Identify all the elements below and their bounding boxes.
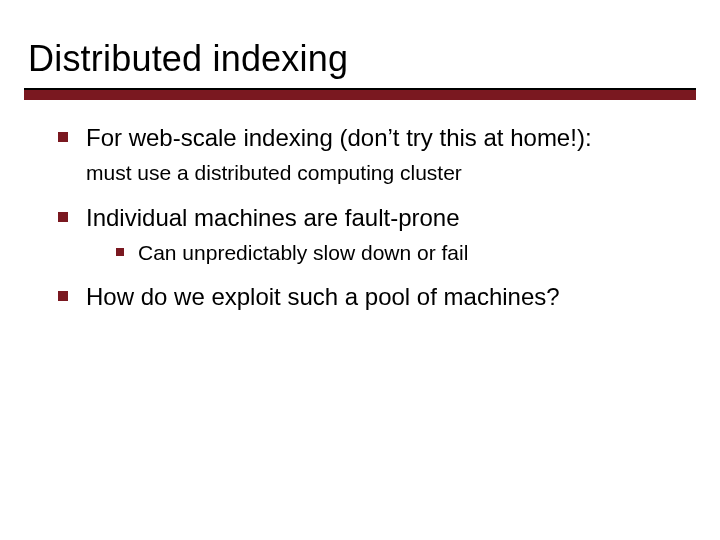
bullet-text: Can unpredictably slow down or fail [138, 241, 468, 264]
slide-title: Distributed indexing [28, 38, 348, 80]
bullet-level1: For web-scale indexing (don’t try this a… [58, 122, 680, 153]
bullet-level1: How do we exploit such a pool of machine… [58, 281, 680, 312]
title-rule-accent [24, 90, 696, 100]
bullet-text: How do we exploit such a pool of machine… [86, 283, 560, 310]
slide: Distributed indexing For web-scale index… [0, 0, 720, 540]
slide-body: For web-scale indexing (don’t try this a… [58, 122, 680, 318]
bullet-text: Individual machines are fault-prone [86, 204, 460, 231]
bullet-level1: Individual machines are fault-prone [58, 202, 680, 233]
bullet-level2: Can unpredictably slow down or fail [116, 239, 680, 267]
bullet-continuation: must use a distributed computing cluster [58, 159, 680, 187]
bullet-text: For web-scale indexing (don’t try this a… [86, 124, 592, 151]
